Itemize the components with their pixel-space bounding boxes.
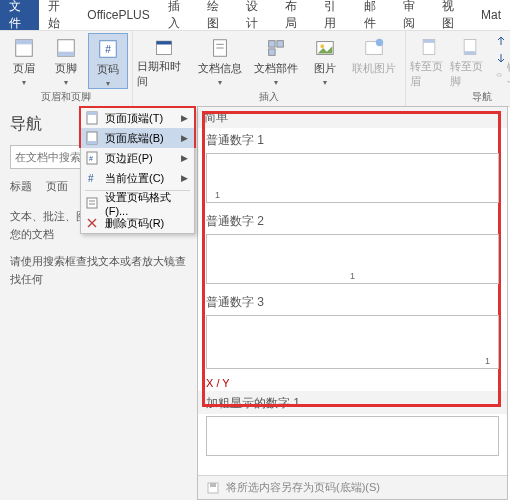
tab-design[interactable]: 设计 xyxy=(237,0,276,30)
current-pos-icon: # xyxy=(85,171,99,185)
tab-mail[interactable]: 邮件 xyxy=(355,0,394,30)
gal-item2[interactable]: 1 xyxy=(206,234,499,284)
pagenum-dropdown: 页面顶端(T)▶ 页面底端(B)▶ # 页边距(P)▶ # 当前位置(C)▶ 设… xyxy=(80,107,195,234)
format-icon xyxy=(85,196,99,210)
tab-review[interactable]: 审阅 xyxy=(394,0,433,30)
gal-section-xy: X / Y xyxy=(198,375,507,391)
pagenum-gallery: 简单 普通数字 1 1 普通数字 2 1 普通数字 3 1 X / Y 加粗显示… xyxy=(197,106,508,500)
svg-point-15 xyxy=(320,44,324,48)
svg-text:#: # xyxy=(105,44,111,55)
gal-item1[interactable]: 1 xyxy=(206,153,499,203)
group-insert: 日期和时间 文档信息▾ 文档部件▾ 图片▾ 联机图片 插入 xyxy=(133,31,406,106)
goto-header-button[interactable]: 转至页眉 xyxy=(410,33,448,89)
gal-footer[interactable]: 将所选内容另存为页码(底端)(S) xyxy=(198,475,507,499)
svg-rect-13 xyxy=(269,49,275,55)
tab-file[interactable]: 文件 xyxy=(0,0,39,30)
gal-item2-label: 普通数字 2 xyxy=(198,209,507,232)
pagenum-icon: # xyxy=(97,38,119,60)
dd-remove[interactable]: 删除页码(R) xyxy=(81,213,194,233)
svg-rect-11 xyxy=(269,41,275,47)
tab-view[interactable]: 视图 xyxy=(433,0,472,30)
nav-tab-headings[interactable]: 标题 xyxy=(10,179,32,194)
svg-text:#: # xyxy=(88,173,94,184)
group-header-footer: 页眉▾ 页脚▾ # 页码▾ 页眉和页脚 xyxy=(0,31,133,106)
tab-layout[interactable]: 布局 xyxy=(276,0,315,30)
svg-rect-29 xyxy=(87,198,97,208)
tab-mat[interactable]: Mat xyxy=(472,0,510,30)
svg-rect-35 xyxy=(210,483,216,487)
ribbon: 页眉▾ 页脚▾ # 页码▾ 页眉和页脚 日期和时间 文档信息▾ xyxy=(0,31,510,107)
gal-item3[interactable]: 1 xyxy=(206,315,499,369)
remove-icon xyxy=(85,216,99,230)
dd-current[interactable]: # 当前位置(C)▶ xyxy=(81,168,194,188)
docparts-icon xyxy=(265,37,287,59)
gal-item3-label: 普通数字 3 xyxy=(198,290,507,313)
next-icon xyxy=(495,52,507,64)
svg-rect-25 xyxy=(87,141,97,144)
datetime-icon xyxy=(153,37,175,57)
header-icon xyxy=(13,37,35,59)
gal-item1-label: 普通数字 1 xyxy=(198,128,507,151)
tab-insert[interactable]: 插入 xyxy=(159,0,198,30)
save-selection-icon xyxy=(206,481,220,495)
docinfo-icon xyxy=(209,37,231,59)
page-top-icon xyxy=(85,111,99,125)
group-label-insert: 插入 xyxy=(259,90,279,106)
goto-footer-button[interactable]: 转至页脚 xyxy=(450,33,488,89)
svg-rect-3 xyxy=(58,52,75,57)
link-icon xyxy=(495,69,503,81)
ribbon-tabs: 文件 开始 OfficePLUS 插入 绘图 设计 布局 引用 邮件 审阅 视图… xyxy=(0,0,510,31)
goto-header-icon xyxy=(418,37,440,57)
link-prev-button[interactable]: 链接到前一节 xyxy=(495,67,510,83)
svg-point-17 xyxy=(376,39,383,46)
tab-home[interactable]: 开始 xyxy=(39,0,78,30)
nav-tab-pages[interactable]: 页面 xyxy=(46,179,68,194)
dd-top[interactable]: 页面顶端(T)▶ xyxy=(81,108,194,128)
svg-rect-21 xyxy=(464,51,476,54)
gal-section-simple: 简单 xyxy=(198,107,507,128)
prev-button[interactable]: 上一条 xyxy=(495,33,510,49)
svg-text:#: # xyxy=(89,155,93,162)
dd-format[interactable]: 设置页码格式(F)... xyxy=(81,193,194,213)
dd-margins[interactable]: # 页边距(P)▶ xyxy=(81,148,194,168)
tab-officeplus[interactable]: OfficePLUS xyxy=(78,0,158,30)
tab-draw[interactable]: 绘图 xyxy=(198,0,237,30)
page-margins-icon: # xyxy=(85,151,99,165)
footer-icon xyxy=(55,37,77,59)
goto-footer-icon xyxy=(459,37,481,57)
dd-bottom[interactable]: 页面底端(B)▶ xyxy=(81,128,194,148)
svg-rect-12 xyxy=(277,41,283,47)
svg-rect-19 xyxy=(423,40,435,43)
footer-button[interactable]: 页脚▾ xyxy=(46,33,86,89)
docparts-button[interactable]: 文档部件▾ xyxy=(249,33,303,89)
onlinepic-icon xyxy=(363,37,385,59)
svg-rect-1 xyxy=(16,40,33,45)
picture-icon xyxy=(314,37,336,59)
tab-references[interactable]: 引用 xyxy=(315,0,354,30)
group-nav: 转至页眉 转至页脚 上一条 下一条 链接到前一节 xyxy=(406,31,510,106)
datetime-button[interactable]: 日期和时间 xyxy=(137,33,191,89)
onlinepic-button[interactable]: 联机图片 xyxy=(347,33,401,89)
page-bottom-icon xyxy=(85,131,99,145)
group-label-nav: 导航 xyxy=(472,90,492,106)
pagenum-button[interactable]: # 页码▾ xyxy=(88,33,128,89)
gal-item-bold1[interactable] xyxy=(206,416,499,456)
group-label-hf: 页眉和页脚 xyxy=(41,90,91,106)
svg-rect-7 xyxy=(157,41,172,44)
svg-rect-23 xyxy=(87,112,97,115)
nav-help-text2: 请使用搜索框查找文本或者放大镜查找任何 xyxy=(10,253,189,288)
header-button[interactable]: 页眉▾ xyxy=(4,33,44,89)
picture-button[interactable]: 图片▾ xyxy=(305,33,345,89)
gal-section-bold: 加粗显示的数字 1 xyxy=(198,391,507,414)
prev-icon xyxy=(495,35,507,47)
docinfo-button[interactable]: 文档信息▾ xyxy=(193,33,247,89)
